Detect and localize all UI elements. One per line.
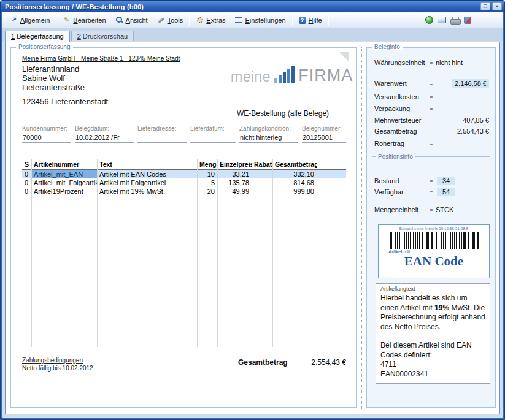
pencil-icon: ✎ bbox=[63, 16, 71, 24]
tab-belegerfassung-label: 1 Belegerfassung bbox=[11, 32, 64, 40]
tab-belegerfassung[interactable]: 1 Belegerfassung bbox=[5, 31, 70, 42]
field-label: Lieferdatum: bbox=[190, 125, 236, 132]
col-header-gesamtbetrag[interactable]: Gesamtbetrag bbox=[272, 161, 317, 168]
app-window: Positionserfassung / WE-Bestellung (b00)… bbox=[0, 0, 505, 420]
cell-s: 0 bbox=[22, 188, 31, 195]
menu-tools[interactable]: Tools bbox=[153, 14, 188, 26]
field-value[interactable]: 20125001 bbox=[302, 134, 346, 143]
equals-sign: = bbox=[427, 207, 436, 213]
row-mehrwertsteuer: Mehrwertsteuer = 407,85 € bbox=[374, 116, 489, 124]
close-button[interactable]: × bbox=[492, 2, 502, 10]
barcode-title: EAN Code bbox=[379, 254, 489, 268]
col-header-text[interactable]: Text bbox=[97, 161, 197, 168]
table-row[interactable]: 0 Artikel_mit_Folgeartikel Artikel mit F… bbox=[22, 178, 346, 187]
toolbar-separator bbox=[328, 14, 329, 26]
menu-bearbeiten-label: Bearbeiten bbox=[73, 17, 106, 24]
equals-sign: = bbox=[427, 80, 436, 86]
col-header-artikelnummer[interactable]: Artikelnummer bbox=[31, 161, 97, 168]
cell-einzelpreis: 33,21 bbox=[217, 170, 252, 178]
restore-button[interactable]: □ bbox=[480, 2, 490, 10]
menu-bearbeiten[interactable]: ✎ Bearbeiten bbox=[58, 14, 110, 26]
menu-allgemein[interactable]: ↗ Allgemein bbox=[6, 14, 54, 26]
arrow-icon: ↗ bbox=[10, 16, 18, 24]
row-rohertrag: Rohertrag = bbox=[374, 140, 489, 147]
field-value[interactable] bbox=[137, 134, 187, 143]
table-row[interactable]: 0 Artikel19Prozent Artikel mit 19% MwSt.… bbox=[22, 187, 346, 196]
table-row[interactable]: 0 Artikel_mit_EAN Artikel mit EAN Codes … bbox=[22, 170, 346, 178]
wrench-icon bbox=[157, 16, 165, 24]
zahlungsbedingungen-text: Netto fällig bis 10.02.2012 bbox=[22, 365, 346, 372]
langtext-emphasis: 19% bbox=[434, 304, 449, 312]
col-header-einzelpreis[interactable]: Einzelpreis bbox=[217, 161, 252, 168]
pane-divider[interactable] bbox=[361, 47, 362, 409]
field-value[interactable]: 70000 bbox=[22, 134, 71, 143]
titlebar[interactable]: Positionserfassung / WE-Bestellung (b00)… bbox=[1, 1, 504, 12]
barcode-caption: Beispiel eines Artikels 00:12:56:31:98:8 bbox=[379, 227, 489, 231]
toolbar-right-icons bbox=[425, 16, 471, 24]
row-value: 2.554,43 € bbox=[436, 128, 489, 135]
equals-sign: = bbox=[427, 105, 436, 112]
field-lieferadresse: Lieferadresse: bbox=[137, 125, 187, 143]
toolbar: ↗ Allgemein ✎ Bearbeiten Ansicht Tools E… bbox=[2, 12, 503, 28]
sliders-icon bbox=[235, 16, 243, 24]
preview-icon[interactable] bbox=[438, 17, 446, 23]
zahlungsbedingungen-link[interactable]: Zahlungsbedingungen bbox=[22, 357, 346, 364]
menu-einstellungen[interactable]: Einstellungen bbox=[231, 14, 290, 26]
field-value[interactable]: nicht hinterleg bbox=[239, 134, 298, 143]
gesamtbetrag-label: Gesamtbetrag bbox=[238, 358, 288, 367]
col-header-rabatt[interactable]: Rabatt. bbox=[252, 161, 272, 168]
equals-sign: = bbox=[427, 59, 436, 66]
row-versandkosten: Versandkosten = bbox=[374, 93, 489, 101]
row-mengeneinheit: Mengeneinheit = STCK bbox=[374, 206, 489, 213]
row-label: Verfügbar bbox=[374, 188, 427, 196]
row-gesamtbetrag: Gesamtbetrag = 2.554,43 € bbox=[374, 128, 489, 135]
row-label: Mengeneinheit bbox=[374, 206, 427, 213]
menu-einstellungen-label: Einstellungen bbox=[245, 17, 286, 24]
document-title: WE-Bestellung (alle Belege) bbox=[237, 109, 329, 118]
menu-hilfe-label: Hilfe bbox=[309, 17, 322, 24]
tab-druckvorschau[interactable]: 2 Druckvorschau bbox=[71, 31, 134, 41]
cell-artikelnummer: Artikel_mit_Folgeartikel bbox=[31, 179, 97, 186]
cell-einzelpreis: 135,78 bbox=[217, 179, 252, 186]
field-value[interactable] bbox=[190, 134, 236, 143]
cell-gesamtbetrag: 814,68 bbox=[272, 179, 317, 186]
menu-ansicht[interactable]: Ansicht bbox=[111, 14, 152, 26]
artikellangtext-box[interactable]: Artikellangtext Hierbei handelt es sich … bbox=[376, 283, 490, 384]
row-verfuegbar: Verfügbar = 54 bbox=[374, 188, 489, 196]
exit-icon[interactable] bbox=[464, 17, 471, 24]
cell-menge: 5 bbox=[197, 179, 217, 186]
cell-artikelnummer: Artikel_mit_EAN bbox=[31, 170, 97, 178]
equals-sign: = bbox=[427, 94, 436, 100]
address-line: LieferantInnland bbox=[22, 64, 85, 74]
row-waehrungseinheit: Währungseinheit = nicht hint bbox=[374, 59, 489, 66]
row-label: Bestand bbox=[374, 177, 427, 185]
beleginfo-panel: Beleginfo Währungseinheit = nicht hint W… bbox=[366, 47, 496, 408]
menu-extras-label: Extras bbox=[206, 17, 225, 24]
equals-sign: = bbox=[427, 128, 436, 134]
col-header-s[interactable]: S bbox=[22, 161, 31, 168]
menu-ansicht-label: Ansicht bbox=[126, 17, 148, 24]
equals-sign: = bbox=[427, 189, 436, 195]
address-city-line: 123456 Lieferantenstadt bbox=[22, 97, 108, 106]
document-footer: Zahlungsbedingungen Netto fällig bis 10.… bbox=[22, 357, 346, 381]
cell-text: Artikel mit 19% MwSt. bbox=[97, 188, 197, 195]
row-value: 407,85 € bbox=[436, 116, 489, 124]
row-warenwert: Warenwert = 2.146,58 € bbox=[374, 80, 489, 87]
langtext-paragraph: Bei diesem Artikel sind EAN Codes defini… bbox=[380, 341, 485, 360]
menu-extras[interactable]: Extras bbox=[191, 14, 229, 26]
artikellangtext-body: Hierbei handelt es sich um einen Artikel… bbox=[380, 294, 485, 379]
row-value: STCK bbox=[436, 206, 489, 213]
gear-icon bbox=[196, 16, 204, 24]
globe-icon[interactable] bbox=[425, 16, 433, 24]
menu-hilfe[interactable]: ? Hilfe bbox=[295, 15, 326, 26]
col-header-menge[interactable]: Menge bbox=[197, 161, 217, 168]
letterhead-line: Meine Firma GmbH - Meine Straße 1 - 1234… bbox=[22, 55, 180, 62]
tab-bar: 1 Belegerfassung 2 Druckvorschau bbox=[2, 28, 503, 41]
printer-icon[interactable] bbox=[450, 17, 460, 24]
positionsinfo-legend: Positionsinfo bbox=[378, 153, 413, 160]
cell-gesamtbetrag: 332,10 bbox=[272, 170, 317, 178]
page-fold-decoration bbox=[339, 52, 349, 61]
field-value[interactable]: 10.02.2012 /Fr bbox=[75, 134, 134, 143]
logo-bars-icon bbox=[274, 66, 295, 85]
artikellangtext-label: Artikellangtext bbox=[380, 286, 485, 292]
